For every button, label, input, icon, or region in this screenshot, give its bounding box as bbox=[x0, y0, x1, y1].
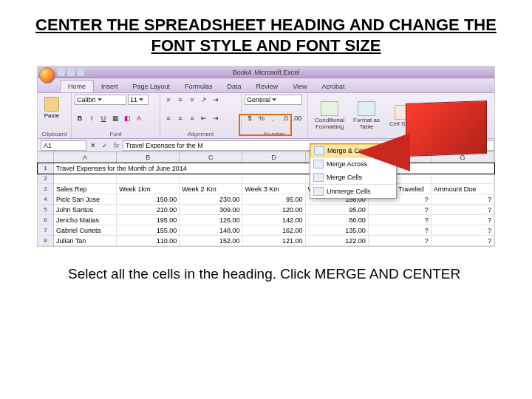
table-row[interactable]: 4Piclc San Jose150.00230.0095.00186.00?? bbox=[38, 194, 494, 205]
table-row[interactable]: 5John Santos210.00309.00120.0095.00?? bbox=[38, 205, 494, 215]
tab-page-layout[interactable]: Page Layout bbox=[126, 81, 178, 92]
row-header[interactable]: 8 bbox=[38, 236, 54, 246]
tab-insert[interactable]: Insert bbox=[94, 81, 126, 92]
cell[interactable]: 148.00 bbox=[180, 225, 242, 236]
cell[interactable]: 142.00 bbox=[242, 215, 305, 225]
row-3-headers[interactable]: 3 Sales Rep Week 1km Week 2 Km Week 3 Km… bbox=[38, 184, 494, 194]
cell[interactable]: Piclc San Jose bbox=[54, 194, 117, 205]
cell[interactable]: 86.00 bbox=[306, 215, 369, 225]
row-2[interactable]: 2 bbox=[38, 174, 494, 184]
font-color-button[interactable]: A bbox=[134, 113, 144, 123]
align-bottom-button[interactable]: ≡ bbox=[187, 95, 197, 105]
orientation-button[interactable]: ↗ bbox=[199, 95, 209, 105]
cell[interactable]: 210.00 bbox=[117, 205, 180, 215]
tab-formulas[interactable]: Formulas bbox=[177, 81, 220, 92]
align-center-button[interactable]: ≡ bbox=[175, 113, 185, 123]
decrease-decimal-button[interactable]: .00 bbox=[292, 113, 302, 123]
wrap-text-button[interactable]: ⇥ bbox=[211, 95, 221, 105]
cell[interactable]: ? bbox=[432, 194, 494, 205]
redo-icon[interactable] bbox=[77, 69, 84, 76]
unmerge-cells-item[interactable]: Unmerge Cells bbox=[310, 185, 396, 198]
table-row[interactable]: 6Jericho Matias195.00126.00142.0086.00?? bbox=[38, 215, 494, 225]
cell[interactable]: 150.00 bbox=[117, 194, 180, 205]
align-right-button[interactable]: ≡ bbox=[187, 113, 197, 123]
cell[interactable]: ? bbox=[369, 205, 432, 215]
merge-cells-item[interactable]: Merge Cells bbox=[310, 171, 396, 184]
cell[interactable]: Jericho Matias bbox=[54, 215, 117, 225]
row-header-1[interactable]: 1 bbox=[38, 163, 54, 174]
cell[interactable]: Gabriel Cuneta bbox=[54, 225, 117, 236]
align-top-button[interactable]: ≡ bbox=[163, 95, 174, 105]
cell[interactable] bbox=[432, 174, 494, 184]
cell[interactable] bbox=[117, 174, 180, 184]
underline-button[interactable]: U bbox=[98, 113, 109, 123]
select-all-corner[interactable] bbox=[38, 152, 54, 163]
cell[interactable]: ? bbox=[432, 225, 494, 236]
cell[interactable]: 155.00 bbox=[117, 225, 180, 236]
increase-decimal-button[interactable]: .0 bbox=[280, 113, 290, 123]
conditional-formatting-button[interactable]: Conditional Formatting bbox=[313, 101, 347, 130]
align-left-button[interactable]: ≡ bbox=[163, 113, 174, 123]
cell[interactable]: ? bbox=[432, 215, 494, 225]
cell[interactable] bbox=[54, 174, 117, 184]
number-format-select[interactable]: General bbox=[245, 95, 302, 105]
table-row[interactable]: 7Gabriel Cuneta155.00148.00162.00135.00?… bbox=[38, 225, 494, 236]
fx-icon[interactable]: fx bbox=[112, 142, 121, 149]
cell[interactable]: 135.00 bbox=[306, 225, 369, 236]
cell[interactable]: 230.00 bbox=[180, 194, 242, 205]
bold-button[interactable]: B bbox=[75, 113, 85, 123]
cell[interactable]: Sales Rep bbox=[54, 184, 117, 194]
col-D[interactable]: D bbox=[242, 152, 305, 163]
italic-button[interactable]: I bbox=[86, 113, 97, 123]
cell[interactable]: Week 1km bbox=[117, 184, 180, 194]
cell[interactable]: Week 3 Km bbox=[242, 184, 305, 194]
row-header[interactable]: 5 bbox=[38, 205, 54, 215]
cell[interactable]: 121.00 bbox=[242, 236, 305, 246]
quick-access-toolbar[interactable] bbox=[39, 66, 84, 78]
cell[interactable] bbox=[180, 174, 242, 184]
cell[interactable]: ? bbox=[432, 205, 494, 215]
cell[interactable]: ? bbox=[369, 215, 432, 225]
cell[interactable]: 162.00 bbox=[242, 225, 305, 236]
cancel-icon[interactable]: ✕ bbox=[88, 140, 98, 151]
paste-button[interactable]: Paste bbox=[41, 95, 63, 121]
cell[interactable] bbox=[242, 174, 305, 184]
table-row[interactable]: 8Julian Tan110.00152.00121.00122.00?? bbox=[38, 236, 494, 246]
cell[interactable]: 120.00 bbox=[242, 205, 305, 215]
row-header[interactable]: 7 bbox=[38, 225, 54, 236]
tab-view[interactable]: View bbox=[285, 81, 314, 92]
align-middle-button[interactable]: ≡ bbox=[175, 95, 185, 105]
font-size-select[interactable]: 11 bbox=[128, 95, 149, 105]
tab-home[interactable]: Home bbox=[60, 80, 94, 92]
cell[interactable]: 309.00 bbox=[180, 205, 242, 215]
col-C[interactable]: C bbox=[180, 152, 242, 163]
cell[interactable]: 122.00 bbox=[306, 236, 369, 246]
increase-indent-button[interactable]: ⇥ bbox=[211, 113, 221, 123]
cell[interactable]: 110.00 bbox=[117, 236, 180, 246]
cell[interactable]: Julian Tan bbox=[54, 236, 117, 246]
decrease-indent-button[interactable]: ⇤ bbox=[199, 113, 209, 123]
border-button[interactable]: ▦ bbox=[110, 113, 120, 123]
col-A[interactable]: A bbox=[54, 152, 117, 163]
cell[interactable]: Week 2 Km bbox=[180, 184, 242, 194]
tab-review[interactable]: Review bbox=[249, 81, 286, 92]
row-header[interactable]: 6 bbox=[38, 215, 54, 225]
cell[interactable]: 126.00 bbox=[180, 215, 242, 225]
tab-acrobat[interactable]: Acrobat bbox=[314, 81, 352, 92]
cell[interactable]: ? bbox=[369, 225, 432, 236]
row-header-3[interactable]: 3 bbox=[38, 184, 54, 194]
cell[interactable]: 95.00 bbox=[306, 205, 369, 215]
font-name-select[interactable]: Calibri bbox=[75, 95, 126, 105]
cell[interactable]: Ammount Due bbox=[432, 184, 494, 194]
cell[interactable]: 152.00 bbox=[180, 236, 242, 246]
cell[interactable]: John Santos bbox=[54, 205, 117, 215]
cell[interactable]: 195.00 bbox=[117, 215, 180, 225]
cell[interactable]: ? bbox=[369, 236, 432, 246]
office-button-icon[interactable] bbox=[39, 67, 55, 83]
enter-icon[interactable]: ✓ bbox=[100, 140, 110, 151]
currency-button[interactable]: $ bbox=[245, 113, 255, 123]
comma-button[interactable]: , bbox=[268, 113, 279, 123]
row-header-2[interactable]: 2 bbox=[38, 174, 54, 184]
row-header[interactable]: 4 bbox=[38, 194, 54, 205]
cell[interactable]: ? bbox=[432, 236, 494, 246]
